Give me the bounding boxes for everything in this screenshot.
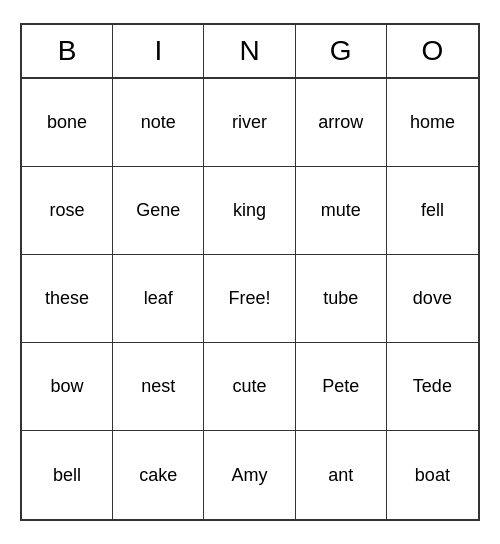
grid-cell: mute <box>296 167 387 255</box>
header-letter: N <box>204 25 295 77</box>
grid-cell: dove <box>387 255 478 343</box>
grid-cell: cute <box>204 343 295 431</box>
grid-cell: nest <box>113 343 204 431</box>
grid-cell: bone <box>22 79 113 167</box>
grid-cell: bell <box>22 431 113 519</box>
grid-cell: king <box>204 167 295 255</box>
grid-cell: fell <box>387 167 478 255</box>
grid-cell: Gene <box>113 167 204 255</box>
bingo-grid: bonenoteriverarrowhomeroseGenekingmutefe… <box>22 79 478 519</box>
bingo-header: BINGO <box>22 25 478 79</box>
header-letter: G <box>296 25 387 77</box>
grid-cell: note <box>113 79 204 167</box>
grid-cell: Pete <box>296 343 387 431</box>
bingo-card: BINGO bonenoteriverarrowhomeroseGeneking… <box>20 23 480 521</box>
grid-cell: rose <box>22 167 113 255</box>
grid-cell: ant <box>296 431 387 519</box>
header-letter: I <box>113 25 204 77</box>
grid-cell: bow <box>22 343 113 431</box>
grid-cell: leaf <box>113 255 204 343</box>
grid-cell: tube <box>296 255 387 343</box>
grid-cell: cake <box>113 431 204 519</box>
grid-cell: Free! <box>204 255 295 343</box>
grid-cell: Tede <box>387 343 478 431</box>
header-letter: B <box>22 25 113 77</box>
grid-cell: Amy <box>204 431 295 519</box>
grid-cell: these <box>22 255 113 343</box>
header-letter: O <box>387 25 478 77</box>
grid-cell: boat <box>387 431 478 519</box>
grid-cell: river <box>204 79 295 167</box>
grid-cell: arrow <box>296 79 387 167</box>
grid-cell: home <box>387 79 478 167</box>
